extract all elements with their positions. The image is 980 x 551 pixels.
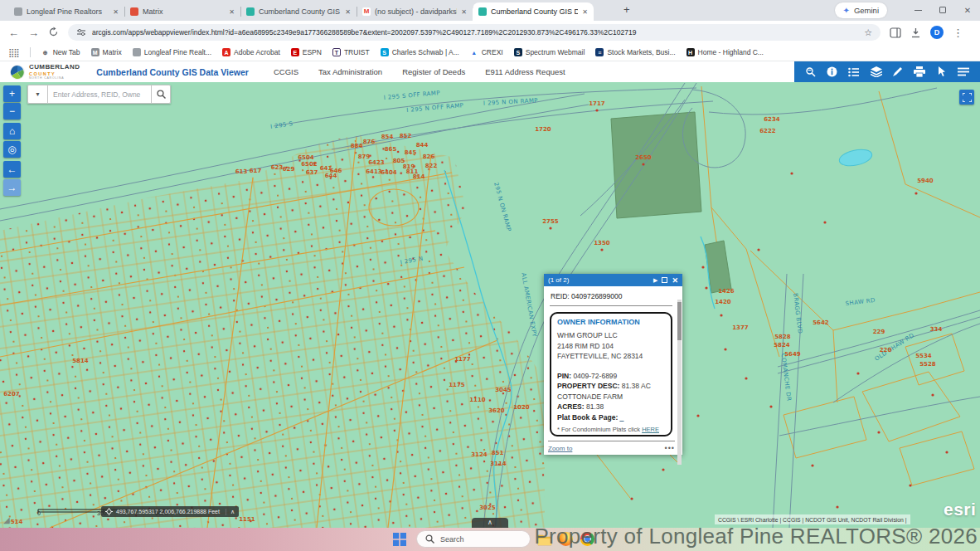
gis-header-link[interactable]: CCGIS — [274, 67, 298, 76]
coordinates-expand-icon[interactable]: ∧ — [226, 509, 235, 515]
gis-header-link[interactable]: E911 Address Request — [485, 67, 565, 76]
attribute-table-toggle[interactable]: ∧ — [472, 518, 508, 528]
print-icon[interactable] — [914, 66, 925, 77]
home-extent-button[interactable]: ⌂ — [3, 123, 21, 139]
apps-grid-icon[interactable]: ⣿⣿ — [8, 48, 19, 57]
popup-maximize-icon[interactable] — [662, 277, 667, 283]
gis-header-link[interactable]: Register of Deeds — [402, 67, 465, 76]
profile-avatar[interactable]: D — [930, 26, 944, 39]
taskbar-search[interactable]: Search — [416, 530, 531, 548]
minimize-icon — [915, 10, 922, 11]
download-icon[interactable] — [910, 27, 921, 38]
bookmark-item[interactable]: EESPN — [291, 48, 322, 56]
divider — [550, 305, 672, 306]
zoom-in-button[interactable]: + — [3, 85, 21, 102]
bookmark-item[interactable]: ≡Stock Markets, Busi... — [595, 48, 675, 56]
browser-menu-icon[interactable]: ⋮ — [953, 27, 963, 38]
minimize-button[interactable] — [905, 0, 930, 20]
popup-more-icon[interactable]: ••• — [665, 444, 675, 452]
url-bar[interactable]: arcgis.com/apps/webappviewer/index.html?… — [68, 24, 881, 41]
zoom-to-link[interactable]: Zoom to — [548, 445, 572, 452]
bookmark-item[interactable]: MMatrix — [91, 48, 122, 56]
my-location-button[interactable]: ◎ — [3, 141, 21, 158]
gis-header-link[interactable]: Tax Administration — [318, 67, 382, 76]
browser-tab[interactable]: Longleaf Pine Realtors✕ — [8, 2, 124, 21]
parcel-label: 1177 — [454, 356, 471, 363]
site-settings-icon[interactable] — [76, 27, 86, 37]
parcel-label: 3124 — [471, 451, 488, 458]
county-logo[interactable]: CUMBERLAND COUNTY NORTH CAROLINA — [10, 64, 80, 80]
next-extent-button[interactable]: → — [3, 179, 21, 196]
bookmark-item[interactable]: ▲CREXI — [470, 48, 503, 56]
zoom-out-button[interactable]: − — [3, 103, 21, 119]
search-button[interactable] — [151, 85, 171, 104]
tab-close-icon[interactable]: ✕ — [345, 8, 351, 16]
browser-tab[interactable]: Cumberland County GIS Data V✕ — [240, 2, 357, 21]
bookmark-item[interactable]: SCharles Schwab | A... — [381, 48, 459, 56]
popup-scrollbar[interactable] — [677, 300, 682, 465]
url-text[interactable]: arcgis.com/apps/webappviewer/index.html?… — [92, 28, 858, 37]
tab-close-icon[interactable]: ✕ — [113, 8, 119, 16]
query-search-icon[interactable] — [805, 66, 816, 77]
parcel-label: 6222 — [759, 128, 776, 134]
parcel-label: 865 — [385, 146, 397, 153]
popup-scrollbar-thumb[interactable] — [677, 302, 682, 340]
browser-tab[interactable]: Cumberland County GIS Data✕ — [473, 2, 594, 21]
maximize-icon — [939, 7, 946, 13]
bookmark-label: ESPN — [303, 48, 322, 56]
owner-name: WHM GROUP LLC — [557, 330, 665, 341]
side-panel-icon[interactable] — [890, 27, 901, 38]
menu-icon[interactable] — [958, 67, 969, 76]
parcel-label: 3045 — [495, 387, 512, 393]
map-canvas[interactable]: I 295 S OFF RAMPI 295 N OFF RAMPI 295 N … — [0, 82, 980, 528]
coordinates-widget[interactable]: 493,767.595317 2,006,766.219888 Feet ∧ — [101, 506, 239, 517]
tab-close-icon[interactable]: ✕ — [229, 8, 235, 16]
owner-info-box: OWNER INFORMATION WHM GROUP LLC 2148 RIM… — [550, 312, 672, 436]
bookmark-item[interactable]: ⊕New Tab — [41, 48, 80, 56]
draw-icon[interactable] — [892, 66, 903, 77]
parcel-label: 6504 — [298, 154, 314, 161]
sparkle-icon: ✦ — [843, 6, 850, 15]
bookmark-item[interactable]: TTRUIST — [332, 48, 370, 56]
bookmark-star-icon[interactable]: ☆ — [864, 27, 872, 38]
previous-extent-button[interactable]: ← — [3, 161, 21, 178]
bookmark-label: Home - Highland C... — [698, 48, 764, 56]
condo-here-link[interactable]: HERE — [642, 426, 659, 433]
divider — [30, 47, 31, 57]
tab-favicon-icon — [130, 7, 138, 16]
popup-titlebar[interactable]: (1 of 2) ▶ ✕ — [544, 274, 682, 286]
parcel-label: 1175 — [449, 382, 465, 388]
fullscreen-button[interactable] — [959, 90, 974, 105]
parcel-label: 229 — [873, 329, 885, 335]
parcel-label: 3620 — [488, 407, 505, 414]
bookmark-item[interactable]: SSpectrum Webmail — [514, 48, 585, 56]
new-tab-button[interactable]: + — [623, 3, 630, 16]
bookmark-item[interactable]: Longleaf Pine Realt... — [133, 48, 211, 56]
tab-close-icon[interactable]: ✕ — [461, 8, 467, 16]
maximize-button[interactable] — [930, 0, 955, 20]
info-icon[interactable] — [827, 66, 837, 77]
bookmark-item[interactable]: HHome - Highland C... — [686, 48, 764, 56]
select-icon[interactable] — [936, 66, 947, 77]
gemini-button[interactable]: ✦ Gemini — [835, 2, 887, 18]
forward-button[interactable]: → — [28, 27, 39, 38]
search-input[interactable] — [48, 85, 151, 104]
close-button[interactable]: ✕ — [955, 0, 980, 20]
browser-tab[interactable]: Matrix✕ — [124, 2, 240, 21]
reload-button[interactable] — [48, 27, 59, 39]
layers-icon[interactable] — [871, 66, 882, 77]
tab-close-icon[interactable]: ✕ — [582, 8, 588, 16]
back-button[interactable]: ← — [8, 27, 19, 38]
map-search-widget: ▼ — [27, 85, 171, 104]
parcel-label: 5528 — [919, 361, 936, 368]
start-button[interactable] — [393, 533, 406, 549]
bookmark-item[interactable]: AAdobe Acrobat — [222, 48, 280, 56]
popup-next-icon[interactable]: ▶ — [653, 277, 657, 284]
popup-close-icon[interactable]: ✕ — [672, 276, 678, 285]
parcel-label: 6423 — [368, 159, 385, 166]
browser-tab[interactable]: M(no subject) - davidparkshelms✕ — [357, 2, 473, 21]
search-source-dropdown[interactable]: ▼ — [27, 85, 48, 104]
plat-link[interactable]: _ — [620, 413, 624, 422]
legend-list-icon[interactable] — [848, 67, 860, 77]
parcel-label: 1426 — [718, 288, 735, 295]
